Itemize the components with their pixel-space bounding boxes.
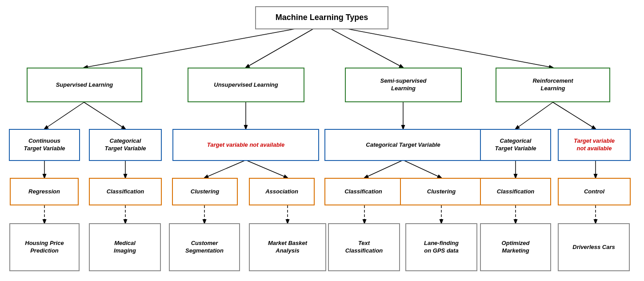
svg-line-8	[516, 102, 553, 129]
node-text: Text Classification	[328, 223, 400, 271]
svg-line-3	[322, 24, 553, 68]
node-association: Association	[249, 178, 315, 205]
node-categorical3: Categorical Target Variable	[480, 129, 551, 161]
node-marketing: Optimized Marketing	[480, 223, 551, 271]
node-housing: Housing Price Prediction	[9, 223, 80, 271]
node-target-na1: Target variable not available	[172, 129, 319, 161]
svg-line-14	[364, 160, 403, 178]
svg-line-0	[84, 24, 322, 68]
node-lane: Lane-finding on GPS data	[405, 223, 477, 271]
node-continuous: Continuous Target Variable	[9, 129, 80, 161]
node-customer: Customer Segmentation	[169, 223, 240, 271]
node-semi: Semi-supervised Learning	[345, 68, 462, 102]
svg-line-15	[403, 160, 441, 178]
node-regression: Regression	[10, 178, 79, 205]
diagram: Machine Learning Types Supervised Learni…	[0, 0, 644, 281]
node-control: Control	[558, 178, 631, 205]
node-clustering2: Clustering	[400, 178, 483, 205]
svg-line-2	[322, 24, 403, 68]
svg-line-13	[246, 160, 288, 178]
node-root: Machine Learning Types	[255, 6, 388, 29]
node-medical: Medical Imaging	[89, 223, 161, 271]
svg-line-4	[44, 102, 84, 129]
node-categorical2: Categorical Target Variable	[324, 129, 482, 161]
svg-line-12	[204, 160, 246, 178]
node-unsupervised: Unsupervised Learning	[188, 68, 304, 102]
node-classification2: Classification	[324, 178, 402, 205]
node-target-na2: Target variable not available	[558, 129, 631, 161]
node-reinforcement: Reinforcement Learning	[496, 68, 610, 102]
svg-line-9	[553, 102, 596, 129]
node-clustering1: Clustering	[172, 178, 238, 205]
svg-line-5	[84, 102, 125, 129]
node-classification1: Classification	[89, 178, 162, 205]
node-categorical1: Categorical Target Variable	[89, 129, 162, 161]
node-classification3: Classification	[480, 178, 551, 205]
svg-line-1	[246, 24, 322, 68]
node-driverless: Driverless Cars	[558, 223, 630, 271]
node-market: Market Basket Analysis	[249, 223, 326, 271]
node-supervised: Supervised Learning	[27, 68, 142, 102]
